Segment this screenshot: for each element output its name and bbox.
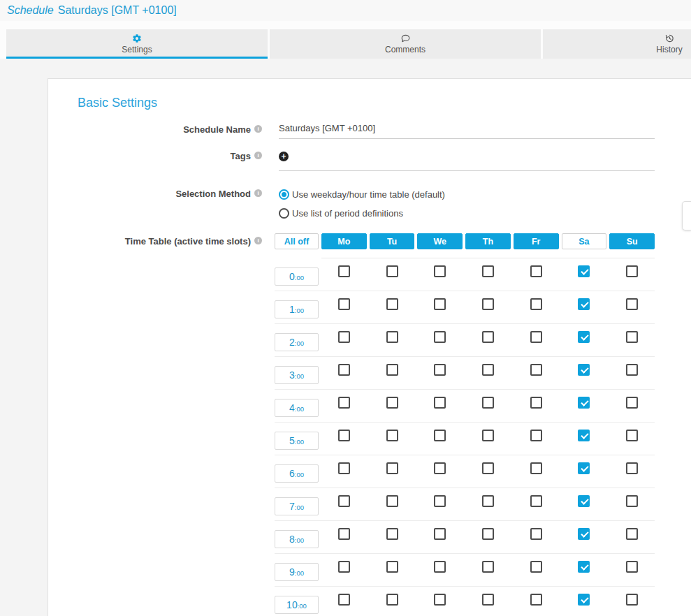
timeslot-checkbox-we-1[interactable] [434,298,446,310]
info-icon[interactable]: i [254,152,262,159]
tab-history[interactable]: History [543,29,691,59]
timeslot-checkbox-fr-7[interactable] [530,495,542,507]
timeslot-checkbox-sa-4[interactable] [578,397,590,409]
timeslot-checkbox-fr-2[interactable] [530,331,542,343]
timeslot-checkbox-sa-2[interactable] [578,331,590,343]
timeslot-checkbox-th-8[interactable] [482,528,494,540]
timeslot-checkbox-su-3[interactable] [626,364,638,376]
timeslot-checkbox-su-1[interactable] [626,298,638,310]
timeslot-checkbox-sa-3[interactable] [578,364,590,376]
hour-button-10[interactable]: 10:00 [275,596,319,614]
day-toggle-fr[interactable]: Fr [514,233,559,249]
hour-button-0[interactable]: 0:00 [275,267,319,286]
timeslot-checkbox-sa-1[interactable] [578,298,590,310]
timeslot-checkbox-fr-4[interactable] [530,397,542,409]
day-toggle-th[interactable]: Th [465,233,511,249]
timeslot-checkbox-su-8[interactable] [626,528,638,540]
timeslot-checkbox-tu-9[interactable] [386,561,398,573]
timeslot-checkbox-sa-10[interactable] [578,594,590,606]
timeslot-checkbox-we-9[interactable] [434,561,446,573]
schedule-name-value[interactable]: Saturdays [GMT +0100] [279,123,655,138]
timeslot-checkbox-we-0[interactable] [434,265,446,277]
timeslot-checkbox-mo-10[interactable] [338,594,350,606]
timeslot-checkbox-mo-5[interactable] [338,430,350,441]
timeslot-checkbox-mo-6[interactable] [338,462,350,474]
timeslot-checkbox-sa-9[interactable] [578,561,590,573]
timeslot-checkbox-mo-8[interactable] [338,528,350,540]
tab-settings[interactable]: Settings [6,29,268,59]
timeslot-checkbox-su-2[interactable] [626,331,638,343]
timeslot-checkbox-mo-7[interactable] [338,495,350,507]
hour-button-6[interactable]: 6:00 [275,464,319,483]
timeslot-checkbox-we-7[interactable] [434,495,446,507]
timeslot-checkbox-tu-2[interactable] [386,331,398,343]
timeslot-checkbox-fr-10[interactable] [530,594,542,606]
hour-button-9[interactable]: 9:00 [275,563,319,581]
timeslot-checkbox-fr-6[interactable] [530,462,542,474]
side-panel-handle[interactable] [682,201,691,230]
radio-option-periods[interactable]: Use list of period definitions [279,204,655,223]
timeslot-checkbox-tu-10[interactable] [386,594,398,606]
timeslot-checkbox-th-1[interactable] [482,298,494,310]
timeslot-checkbox-we-8[interactable] [434,528,446,540]
timeslot-checkbox-we-2[interactable] [434,331,446,343]
day-toggle-mo[interactable]: Mo [321,233,367,249]
timeslot-checkbox-sa-8[interactable] [578,528,590,540]
day-toggle-sa[interactable]: Sa [562,233,607,249]
timeslot-checkbox-fr-0[interactable] [530,265,542,277]
tags-field[interactable]: + [279,149,655,171]
timeslot-checkbox-mo-2[interactable] [338,331,350,343]
radio-button[interactable] [279,189,289,200]
radio-option-timetable[interactable]: Use weekday/hour time table (default) [279,185,655,204]
tab-comments[interactable]: Comments [270,29,541,59]
timeslot-checkbox-tu-1[interactable] [386,298,398,310]
hour-button-4[interactable]: 4:00 [275,399,319,417]
timeslot-checkbox-tu-4[interactable] [386,397,398,409]
all-off-button[interactable]: All off [275,233,319,249]
timeslot-checkbox-th-3[interactable] [482,364,494,376]
day-toggle-we[interactable]: We [417,233,463,249]
schedule-name-field[interactable]: Saturdays [GMT +0100] [279,123,655,139]
hour-button-3[interactable]: 3:00 [275,366,319,384]
timeslot-checkbox-fr-1[interactable] [530,298,542,310]
timeslot-checkbox-th-7[interactable] [482,495,494,507]
timeslot-checkbox-fr-9[interactable] [530,561,542,573]
timeslot-checkbox-we-3[interactable] [434,364,446,376]
timeslot-checkbox-sa-5[interactable] [578,430,590,441]
timeslot-checkbox-tu-8[interactable] [386,528,398,540]
info-icon[interactable]: i [254,189,262,197]
hour-button-8[interactable]: 8:00 [275,530,319,548]
day-toggle-su[interactable]: Su [609,233,655,249]
timeslot-checkbox-th-10[interactable] [482,594,494,606]
timeslot-checkbox-fr-5[interactable] [530,430,542,441]
timeslot-checkbox-tu-0[interactable] [386,265,398,277]
timeslot-checkbox-tu-7[interactable] [386,495,398,507]
timeslot-checkbox-mo-0[interactable] [338,265,350,277]
hour-button-2[interactable]: 2:00 [275,333,319,351]
timeslot-checkbox-mo-3[interactable] [338,364,350,376]
timeslot-checkbox-sa-0[interactable] [578,265,590,277]
timeslot-checkbox-su-0[interactable] [626,265,638,277]
timeslot-checkbox-su-9[interactable] [626,561,638,573]
timeslot-checkbox-su-6[interactable] [626,462,638,474]
timeslot-checkbox-su-4[interactable] [626,397,638,409]
timeslot-checkbox-th-9[interactable] [482,561,494,573]
day-toggle-tu[interactable]: Tu [370,233,415,249]
hour-button-7[interactable]: 7:00 [275,497,319,515]
timeslot-checkbox-we-10[interactable] [434,594,446,606]
timeslot-checkbox-th-5[interactable] [482,430,494,441]
timeslot-checkbox-tu-6[interactable] [386,462,398,474]
add-tag-icon[interactable]: + [279,152,289,161]
timeslot-checkbox-th-6[interactable] [482,462,494,474]
timeslot-checkbox-we-6[interactable] [434,462,446,474]
info-icon[interactable]: i [254,125,262,133]
timeslot-checkbox-su-5[interactable] [626,430,638,441]
timeslot-checkbox-sa-7[interactable] [578,495,590,507]
info-icon[interactable]: i [254,237,262,244]
timeslot-checkbox-mo-1[interactable] [338,298,350,310]
timeslot-checkbox-fr-3[interactable] [530,364,542,376]
timeslot-checkbox-mo-4[interactable] [338,397,350,409]
timeslot-checkbox-mo-9[interactable] [338,561,350,573]
timeslot-checkbox-su-10[interactable] [626,594,638,606]
timeslot-checkbox-fr-8[interactable] [530,528,542,540]
